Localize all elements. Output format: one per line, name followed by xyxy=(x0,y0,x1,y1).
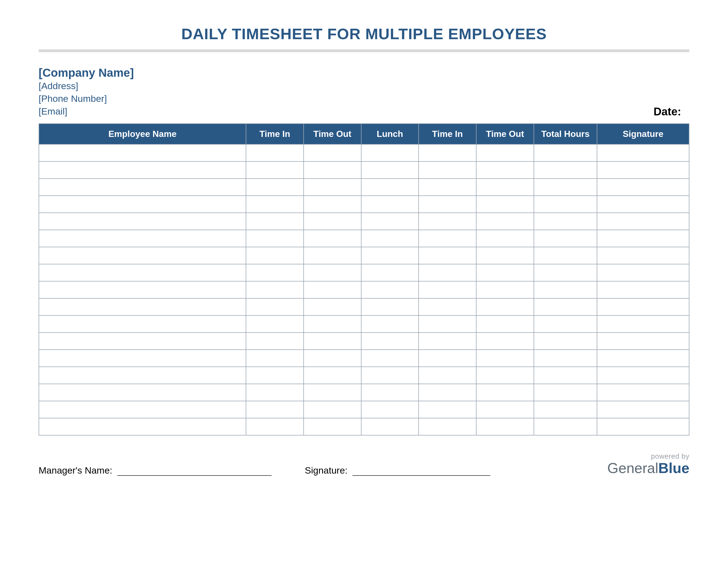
table-cell[interactable] xyxy=(39,350,246,367)
table-cell[interactable] xyxy=(476,384,534,401)
manager-name-line[interactable] xyxy=(117,466,272,476)
table-cell[interactable] xyxy=(419,298,476,316)
table-cell[interactable] xyxy=(419,144,476,161)
table-cell[interactable] xyxy=(39,213,246,230)
table-cell[interactable] xyxy=(419,264,476,281)
table-cell[interactable] xyxy=(476,144,534,161)
table-cell[interactable] xyxy=(361,178,419,196)
table-cell[interactable] xyxy=(246,418,304,435)
table-cell[interactable] xyxy=(419,401,476,418)
table-cell[interactable] xyxy=(597,298,689,316)
table-cell[interactable] xyxy=(534,350,597,367)
table-cell[interactable] xyxy=(361,298,419,316)
table-cell[interactable] xyxy=(476,316,534,333)
table-cell[interactable] xyxy=(534,418,597,435)
table-cell[interactable] xyxy=(39,384,246,401)
table-cell[interactable] xyxy=(534,247,597,264)
table-cell[interactable] xyxy=(597,213,689,230)
table-cell[interactable] xyxy=(476,281,534,298)
table-cell[interactable] xyxy=(304,350,361,367)
table-cell[interactable] xyxy=(597,144,689,161)
table-cell[interactable] xyxy=(419,247,476,264)
table-cell[interactable] xyxy=(304,333,361,350)
table-cell[interactable] xyxy=(361,418,419,435)
table-cell[interactable] xyxy=(597,281,689,298)
table-cell[interactable] xyxy=(597,401,689,418)
table-cell[interactable] xyxy=(304,384,361,401)
table-cell[interactable] xyxy=(476,350,534,367)
table-cell[interactable] xyxy=(534,316,597,333)
table-cell[interactable] xyxy=(597,333,689,350)
table-cell[interactable] xyxy=(246,247,304,264)
company-address-placeholder[interactable]: [Address] xyxy=(39,80,689,92)
table-cell[interactable] xyxy=(39,298,246,316)
table-cell[interactable] xyxy=(39,178,246,196)
table-cell[interactable] xyxy=(246,350,304,367)
table-cell[interactable] xyxy=(534,333,597,350)
table-cell[interactable] xyxy=(39,196,246,213)
table-cell[interactable] xyxy=(597,350,689,367)
table-cell[interactable] xyxy=(361,367,419,384)
signature-line[interactable] xyxy=(352,466,490,476)
table-cell[interactable] xyxy=(39,144,246,161)
table-cell[interactable] xyxy=(361,230,419,247)
company-name-placeholder[interactable]: [Company Name] xyxy=(39,66,689,80)
table-cell[interactable] xyxy=(246,196,304,213)
table-cell[interactable] xyxy=(361,196,419,213)
table-cell[interactable] xyxy=(534,161,597,178)
table-cell[interactable] xyxy=(597,384,689,401)
table-cell[interactable] xyxy=(361,401,419,418)
table-cell[interactable] xyxy=(597,367,689,384)
table-cell[interactable] xyxy=(597,418,689,435)
table-cell[interactable] xyxy=(304,281,361,298)
table-cell[interactable] xyxy=(246,230,304,247)
table-cell[interactable] xyxy=(361,350,419,367)
company-phone-placeholder[interactable]: [Phone Number] xyxy=(39,92,689,105)
table-cell[interactable] xyxy=(419,316,476,333)
table-cell[interactable] xyxy=(476,418,534,435)
table-cell[interactable] xyxy=(534,298,597,316)
table-cell[interactable] xyxy=(476,161,534,178)
table-cell[interactable] xyxy=(597,264,689,281)
table-cell[interactable] xyxy=(361,161,419,178)
table-cell[interactable] xyxy=(419,333,476,350)
table-cell[interactable] xyxy=(419,367,476,384)
table-cell[interactable] xyxy=(39,333,246,350)
table-cell[interactable] xyxy=(476,196,534,213)
table-cell[interactable] xyxy=(246,298,304,316)
table-cell[interactable] xyxy=(361,213,419,230)
table-cell[interactable] xyxy=(476,230,534,247)
table-cell[interactable] xyxy=(534,384,597,401)
table-cell[interactable] xyxy=(39,247,246,264)
table-cell[interactable] xyxy=(246,178,304,196)
table-cell[interactable] xyxy=(304,247,361,264)
table-cell[interactable] xyxy=(304,264,361,281)
table-cell[interactable] xyxy=(476,401,534,418)
table-cell[interactable] xyxy=(39,367,246,384)
table-cell[interactable] xyxy=(246,384,304,401)
table-cell[interactable] xyxy=(419,178,476,196)
company-email-placeholder[interactable]: [Email] xyxy=(39,105,689,118)
table-cell[interactable] xyxy=(361,281,419,298)
table-cell[interactable] xyxy=(476,333,534,350)
table-cell[interactable] xyxy=(304,230,361,247)
table-cell[interactable] xyxy=(39,316,246,333)
table-cell[interactable] xyxy=(534,178,597,196)
table-cell[interactable] xyxy=(304,178,361,196)
table-cell[interactable] xyxy=(39,230,246,247)
table-cell[interactable] xyxy=(246,333,304,350)
table-cell[interactable] xyxy=(597,316,689,333)
table-cell[interactable] xyxy=(246,213,304,230)
table-cell[interactable] xyxy=(39,281,246,298)
table-cell[interactable] xyxy=(419,384,476,401)
table-cell[interactable] xyxy=(304,316,361,333)
table-cell[interactable] xyxy=(361,384,419,401)
table-cell[interactable] xyxy=(419,213,476,230)
table-cell[interactable] xyxy=(246,144,304,161)
table-cell[interactable] xyxy=(39,418,246,435)
table-cell[interactable] xyxy=(304,298,361,316)
table-cell[interactable] xyxy=(476,264,534,281)
table-cell[interactable] xyxy=(419,281,476,298)
table-cell[interactable] xyxy=(246,264,304,281)
table-cell[interactable] xyxy=(39,401,246,418)
